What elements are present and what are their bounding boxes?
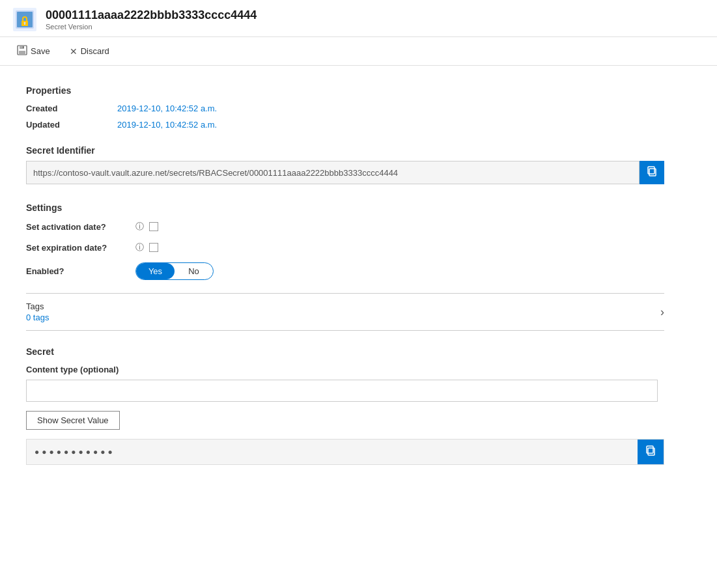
main-content: Properties Created 2019-12-10, 10:42:52 … bbox=[0, 66, 690, 497]
save-button[interactable]: Save bbox=[13, 42, 54, 60]
secret-dots-display: ●●●●●●●●●●● bbox=[27, 442, 638, 462]
enabled-row: Enabled? Yes No bbox=[26, 262, 664, 280]
activation-checkbox[interactable] bbox=[149, 222, 158, 231]
svg-rect-5 bbox=[24, 23, 25, 25]
properties-section-title: Properties bbox=[26, 85, 664, 96]
expiration-checkbox[interactable] bbox=[149, 243, 158, 252]
show-secret-value-button[interactable]: Show Secret Value bbox=[26, 411, 120, 430]
identifier-copy-button[interactable] bbox=[640, 161, 664, 184]
content-type-label: Content type (optional) bbox=[26, 365, 664, 374]
settings-section: Settings Set activation date? ⓘ Set expi… bbox=[26, 203, 664, 280]
activation-date-row: Set activation date? ⓘ bbox=[26, 221, 664, 232]
content-type-input[interactable] bbox=[26, 380, 658, 402]
created-row: Created 2019-12-10, 10:42:52 a.m. bbox=[26, 104, 664, 113]
enabled-label: Enabled? bbox=[26, 266, 130, 276]
identifier-label: Secret Identifier bbox=[26, 145, 664, 156]
expiration-info-icon[interactable]: ⓘ bbox=[135, 242, 144, 253]
page-header: 00001111aaaa2222bbbb3333cccc4444 Secret … bbox=[0, 0, 717, 37]
identifier-section: Secret Identifier bbox=[26, 145, 664, 184]
settings-section-title: Settings bbox=[26, 203, 664, 213]
page-title: 00001111aaaa2222bbbb3333cccc4444 bbox=[46, 8, 257, 23]
key-vault-icon bbox=[13, 8, 36, 31]
activation-info-icon[interactable]: ⓘ bbox=[135, 221, 144, 232]
secret-section-title: Secret bbox=[26, 346, 664, 357]
page-subtitle: Secret Version bbox=[46, 23, 257, 31]
enabled-toggle[interactable]: Yes No bbox=[135, 262, 214, 280]
discard-label: Discard bbox=[81, 46, 109, 56]
save-label: Save bbox=[31, 46, 50, 56]
tags-title: Tags bbox=[26, 301, 49, 311]
secret-copy-icon bbox=[645, 445, 656, 459]
tags-chevron-icon: › bbox=[660, 305, 664, 319]
toggle-no[interactable]: No bbox=[175, 263, 213, 279]
expiration-label: Set expiration date? bbox=[26, 243, 130, 253]
toggle-yes[interactable]: Yes bbox=[136, 263, 175, 279]
tags-section[interactable]: Tags 0 tags › bbox=[26, 293, 664, 331]
toolbar: Save ✕ Discard bbox=[0, 37, 717, 66]
created-value: 2019-12-10, 10:42:52 a.m. bbox=[117, 104, 217, 113]
updated-label: Updated bbox=[26, 120, 78, 130]
updated-value: 2019-12-10, 10:42:52 a.m. bbox=[117, 120, 217, 130]
properties-section: Properties Created 2019-12-10, 10:42:52 … bbox=[26, 85, 664, 130]
updated-row: Updated 2019-12-10, 10:42:52 a.m. bbox=[26, 120, 664, 130]
expiration-date-row: Set expiration date? ⓘ bbox=[26, 242, 664, 253]
secret-value-row: ●●●●●●●●●●● bbox=[26, 439, 664, 465]
tags-count: 0 tags bbox=[26, 313, 49, 322]
secret-section: Secret Content type (optional) Show Secr… bbox=[26, 346, 664, 465]
created-label: Created bbox=[26, 104, 78, 113]
secret-copy-button[interactable] bbox=[638, 440, 664, 464]
copy-icon bbox=[646, 165, 658, 180]
identifier-input-row bbox=[26, 161, 664, 184]
identifier-input[interactable] bbox=[26, 161, 640, 184]
activation-label: Set activation date? bbox=[26, 222, 130, 232]
discard-icon: ✕ bbox=[70, 46, 77, 57]
svg-rect-8 bbox=[19, 51, 25, 54]
header-text-group: 00001111aaaa2222bbbb3333cccc4444 Secret … bbox=[46, 8, 257, 31]
svg-rect-9 bbox=[23, 46, 24, 48]
save-icon bbox=[17, 45, 27, 57]
tags-content: Tags 0 tags bbox=[26, 301, 49, 322]
discard-button[interactable]: ✕ Discard bbox=[66, 44, 113, 59]
